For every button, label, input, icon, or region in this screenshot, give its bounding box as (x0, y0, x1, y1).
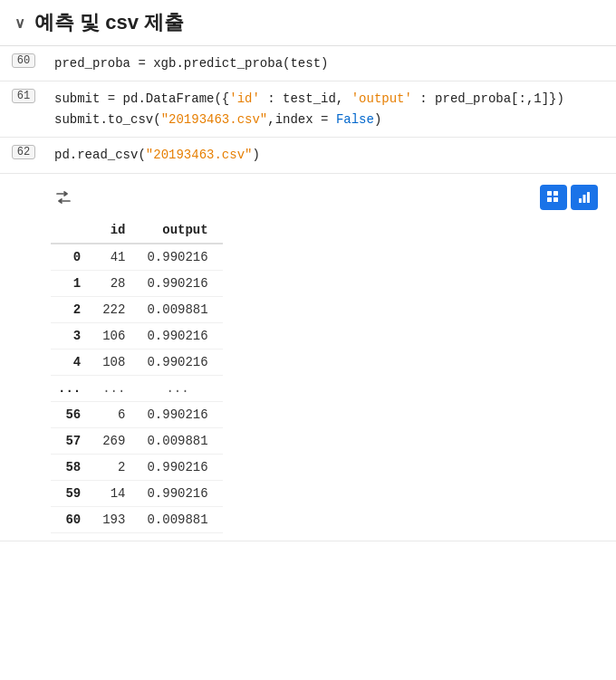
row-index: 0 (51, 244, 95, 271)
col-output: output (140, 217, 222, 244)
row-output: 0.990216 (140, 270, 222, 296)
row-id: 269 (95, 427, 140, 454)
table-view-button[interactable] (540, 185, 567, 210)
table-row: 22220.009881 (51, 296, 223, 322)
row-output: 0.009881 (140, 506, 222, 532)
table-row: 31060.990216 (51, 322, 223, 349)
row-id: 2 (95, 454, 140, 480)
row-id: 41 (95, 244, 140, 271)
col-id: id (95, 217, 140, 244)
table-row: 59140.990216 (51, 480, 223, 506)
svg-rect-2 (547, 197, 552, 202)
table-row: 0410.990216 (51, 244, 223, 271)
row-id: 28 (95, 270, 140, 296)
row-index: 3 (51, 322, 95, 349)
row-id: 6 (95, 401, 140, 427)
svg-rect-0 (547, 191, 552, 196)
row-index: 2 (51, 296, 95, 322)
table-row: 5820.990216 (51, 454, 223, 480)
code-cell-61: 61 submit = pd.DataFrame({'id' : test_id… (0, 81, 616, 138)
row-output: 0.990216 (140, 244, 222, 271)
output-toolbar (51, 181, 602, 217)
cell-code-60[interactable]: pred_proba = xgb.predict_proba(test) (51, 52, 616, 75)
row-output: 0.990216 (140, 322, 222, 349)
section-header: ∨ 예측 및 csv 제출 (0, 0, 616, 46)
transform-icon[interactable] (51, 185, 76, 210)
table-row: 1280.990216 (51, 270, 223, 296)
table-row: ......... (51, 375, 223, 401)
cell-number-61: 61 (0, 87, 51, 103)
row-index: 58 (51, 454, 95, 480)
row-output: 0.009881 (140, 296, 222, 322)
svg-rect-3 (553, 197, 558, 202)
cell-code-61[interactable]: submit = pd.DataFrame({'id' : test_id, '… (51, 87, 616, 131)
table-row: 5660.990216 (51, 401, 223, 427)
chevron-icon[interactable]: ∨ (14, 14, 25, 32)
row-output: 0.009881 (140, 427, 222, 454)
row-id: 108 (95, 349, 140, 375)
row-index: 4 (51, 349, 95, 375)
table-row: 41080.990216 (51, 349, 223, 375)
output-table: id output 0410.9902161280.99021622220.00… (51, 217, 223, 533)
code-cell-60: 60 pred_proba = xgb.predict_proba(test) (0, 46, 616, 81)
row-output: 0.990216 (140, 480, 222, 506)
chart-view-button[interactable] (571, 185, 598, 210)
table-row: 572690.009881 (51, 427, 223, 454)
svg-rect-5 (583, 195, 586, 203)
svg-rect-1 (553, 191, 558, 196)
row-index: 59 (51, 480, 95, 506)
output-section: id output 0410.9902161280.99021622220.00… (0, 174, 616, 541)
section-title: 예측 및 csv 제출 (34, 9, 184, 36)
row-output: 0.990216 (140, 349, 222, 375)
row-output: 0.990216 (140, 401, 222, 427)
row-id: 14 (95, 480, 140, 506)
row-output: ... (140, 375, 222, 401)
row-output: 0.990216 (140, 454, 222, 480)
row-index: 60 (51, 506, 95, 532)
cell-number-62: 62 (0, 143, 51, 159)
row-id: ... (95, 375, 140, 401)
cell-number-60: 60 (0, 52, 51, 68)
row-index: 57 (51, 427, 95, 454)
svg-rect-6 (587, 192, 590, 203)
row-id: 106 (95, 322, 140, 349)
row-index: 56 (51, 401, 95, 427)
row-index: ... (51, 375, 95, 401)
code-cell-62: 62 pd.read_csv("20193463.csv") (0, 138, 616, 173)
row-id: 222 (95, 296, 140, 322)
col-index (51, 217, 95, 244)
cell-code-62[interactable]: pd.read_csv("20193463.csv") (51, 143, 616, 167)
row-index: 1 (51, 270, 95, 296)
table-row: 601930.009881 (51, 506, 223, 532)
svg-rect-4 (579, 198, 582, 203)
row-id: 193 (95, 506, 140, 532)
